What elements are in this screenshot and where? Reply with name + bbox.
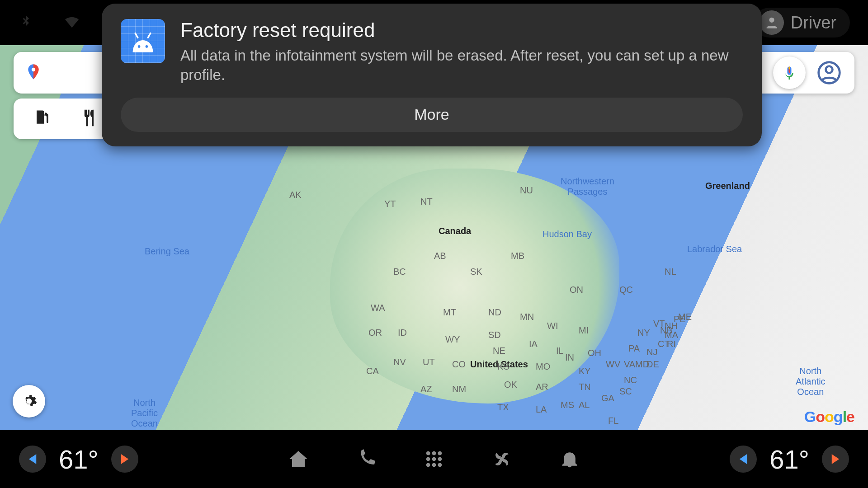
svg-point-7 [146,45,148,48]
map-state-label: NE [493,346,505,356]
map-state-label: WA [371,303,385,313]
map-state-label: NY [637,328,650,338]
map-water-label: North Pacific Ocean [131,398,158,429]
map-water-label: Northwestern Passages [561,176,614,197]
map-state-label: WI [547,321,558,331]
map-state-label: WY [445,334,460,345]
svg-rect-3 [789,67,790,70]
map-state-label: FL [608,416,618,426]
temp-right-up-button[interactable] [822,446,849,473]
map-state-label: PA [628,343,640,354]
svg-point-12 [432,457,436,461]
map-state-label: ME [678,312,692,322]
svg-point-14 [426,463,430,467]
map-state-label: QC [619,285,633,295]
map-state-label: UT [423,357,435,367]
map-state-label: YT [384,199,396,209]
google-attribution: Google [804,408,854,426]
notifications-bell-icon[interactable] [558,448,581,470]
map-state-label: MB [511,251,524,261]
svg-point-5 [826,66,833,73]
user-label: Driver [791,13,836,33]
notification-card: Factory reset required All data in the i… [102,4,762,146]
restaurant-icon[interactable] [79,108,99,130]
map-water-label: Labrador Sea [687,244,742,254]
map-state-label: NM [452,384,466,394]
svg-point-13 [438,457,442,461]
map-state-label: MN [520,312,534,322]
fan-hvac-icon[interactable] [491,448,513,470]
svg-point-0 [769,18,774,23]
notification-title: Factory reset required [180,19,743,42]
android-icon [121,19,165,63]
notification-more-button[interactable]: More [121,98,743,132]
account-button[interactable] [815,58,844,87]
map-state-label: NV [393,357,406,367]
map-state-label: OK [504,380,517,390]
map-country-label: Canada [439,226,471,236]
map-state-label: VA [624,359,635,370]
map-state-label: RI [667,339,676,349]
user-avatar-icon [760,10,784,35]
map-water-label: Hudson Bay [542,229,592,239]
map-state-label: MD [635,359,649,370]
map-state-label: AR [536,382,548,392]
svg-point-8 [426,451,430,455]
map-water-label: North Atlantic Ocean [796,366,826,397]
map-state-label: SK [470,267,482,277]
map-state-label: SD [488,330,501,340]
nav-icons [287,448,581,470]
bottom-bar: 61° 61° [0,430,868,488]
svg-point-1 [32,68,35,71]
map-state-label: NT [420,197,433,207]
map-settings-button[interactable] [13,385,45,418]
svg-point-15 [432,463,436,467]
map-state-label: KS [497,361,509,372]
map-state-label: LA [536,404,547,415]
map-state-label: NH [665,321,678,331]
temp-right-down-button[interactable] [730,446,757,473]
map-state-label: TN [579,382,591,392]
map-state-label: AZ [420,384,432,394]
gas-station-icon[interactable] [32,108,52,130]
map-state-label: NL [665,267,676,277]
phone-icon[interactable] [355,448,377,470]
map-state-label: KY [579,366,591,376]
map-state-label: CA [366,366,379,376]
map-state-label: IA [529,339,538,349]
map-state-label: MI [579,325,589,336]
map-state-label: MA [665,330,678,340]
map-state-label: IN [565,352,574,363]
notification-body: All data in the infotainment system will… [180,46,743,85]
map-state-label: MT [443,307,456,318]
map-state-label: NJ [646,347,657,357]
apps-grid-icon[interactable] [423,448,445,470]
map-state-label: VT [653,319,665,329]
temp-right-value: 61° [769,444,809,474]
map-state-label: MO [536,361,550,372]
temp-left-cluster: 61° [19,444,138,474]
voice-search-button[interactable] [773,56,806,89]
bluetooth-icon [18,12,33,33]
svg-point-16 [438,463,442,467]
temp-left-down-button[interactable] [19,446,46,473]
temp-right-cluster: 61° [730,444,849,474]
temp-left-up-button[interactable] [111,446,138,473]
temp-left-value: 61° [59,444,99,474]
user-chip[interactable]: Driver [754,8,850,38]
map-state-label: GA [601,393,614,404]
map-state-label: NU [520,185,533,196]
map-water-label: Bering Sea [145,246,189,257]
google-maps-pin-icon [24,61,42,84]
svg-point-10 [438,451,442,455]
svg-point-11 [426,457,430,461]
map-state-label: WV [606,359,620,370]
map-state-label: ND [488,307,501,318]
wifi-icon [61,13,83,33]
home-icon[interactable] [287,448,310,470]
map-state-label: IL [556,346,564,356]
map-state-label: AK [289,190,302,200]
map-country-label: Greenland [705,181,750,191]
map-state-label: ID [398,328,407,338]
map-state-label: SC [619,386,632,397]
